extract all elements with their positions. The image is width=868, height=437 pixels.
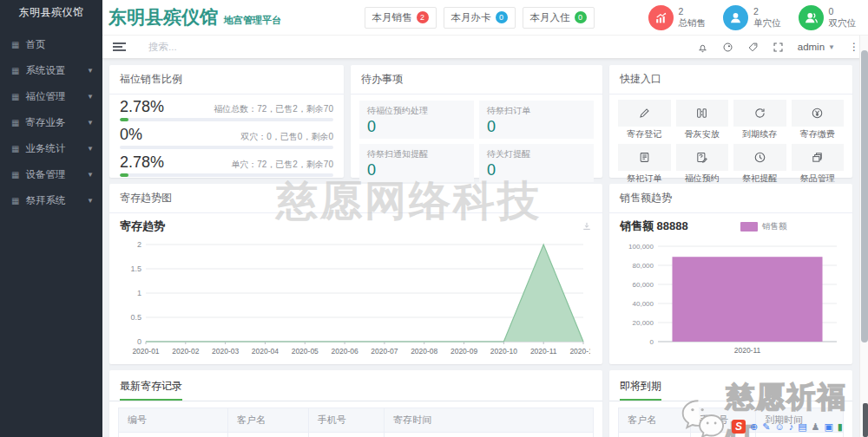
tab-latest-records[interactable]: 最新寄存记录 xyxy=(120,379,182,401)
month-sales-label: 本月销售 xyxy=(372,11,412,24)
ime-user-icon[interactable]: ♟ xyxy=(812,422,820,432)
sidebar-item-business-stats[interactable]: ▦ 业务统计 ▼ xyxy=(0,135,102,161)
cell-record-no: REG-186420201114144615 xyxy=(119,433,228,437)
storage-trend-chart: 00.511.522020-012020-022020-032020-04202… xyxy=(120,234,592,368)
sogou-logo-icon[interactable]: S xyxy=(732,420,746,434)
columns-icon xyxy=(676,100,729,127)
legend-swatch xyxy=(740,222,758,232)
svg-text:2020-01: 2020-01 xyxy=(132,347,159,355)
todo-item-lamp-off[interactable]: 待关灯提醒 0 xyxy=(479,144,594,182)
sidebar-item-system-settings[interactable]: ▦ 系统设置 ▼ xyxy=(0,57,102,83)
yen-icon xyxy=(792,100,845,127)
ime-emoji-icon[interactable]: ☺ xyxy=(774,422,784,432)
sidebar-item-label: 寄存业务 xyxy=(25,116,65,129)
user-name: admin xyxy=(798,42,825,52)
sidebar-item-device-management[interactable]: ▦ 设备管理 ▼ xyxy=(0,161,102,187)
svg-text:100,000: 100,000 xyxy=(628,243,654,251)
card-title: 销售额趋势 xyxy=(609,184,852,213)
svg-text:1: 1 xyxy=(137,289,141,297)
page-title: 东明县殡仪馆 xyxy=(108,5,218,29)
legend-sales: 销售额 xyxy=(740,221,787,232)
svg-text:0.5: 0.5 xyxy=(130,313,141,322)
chart-title: 销售额 88888 xyxy=(620,218,688,234)
search-input[interactable] xyxy=(148,42,339,52)
quick-storage-register[interactable]: 寄存登记 xyxy=(618,100,671,144)
todo-grid: 待福位预约处理 0 待祭扫订单 0 待祭扫通知提醒 0 待关灯提醒 xyxy=(351,95,602,188)
svg-text:2020-09: 2020-09 xyxy=(450,347,477,355)
todo-item-sweep-orders[interactable]: 待祭扫订单 0 xyxy=(479,101,594,139)
column-header: 编号 xyxy=(119,408,228,433)
ime-settings-icon[interactable]: ▮ xyxy=(838,422,843,432)
todo-item-sweep-notify[interactable]: 待祭扫通知提醒 0 xyxy=(359,144,474,182)
ime-pen-icon[interactable]: ✎ xyxy=(762,422,770,432)
sidebar-item-home[interactable]: ▦ 首页 xyxy=(0,31,102,57)
person-icon xyxy=(723,5,748,30)
column-header: 客户名 xyxy=(227,408,308,433)
brand: 东明县殡仪馆 地宫管理平台 xyxy=(108,5,281,29)
bell-icon[interactable] xyxy=(697,42,708,53)
menu-grid-icon: ▦ xyxy=(11,66,19,75)
ratio-percent: 2.78% xyxy=(120,98,164,116)
month-cards-label: 本月办卡 xyxy=(451,11,491,24)
ratio-detail: 单穴：72，已售2，剩余70 xyxy=(231,159,333,171)
sidebar-menu: ▦ 首页 ▦ 系统设置 ▼ ▦ 福位管理 ▼ ▦ 寄存业务 ▼ ▦ 业务统计 ▼ xyxy=(0,31,102,213)
month-sales-button[interactable]: 本月销售 2 xyxy=(365,7,437,29)
stack-icon xyxy=(792,144,845,171)
svg-text:2020-06: 2020-06 xyxy=(331,347,358,355)
more-options-icon[interactable]: ⋮ xyxy=(849,41,859,53)
vertical-scrollbar[interactable] xyxy=(859,36,868,437)
ime-keyboard-icon[interactable]: ▤ xyxy=(798,422,806,432)
svg-text:80,000: 80,000 xyxy=(633,262,654,270)
table-row[interactable]: REG-186420201114144615 哈吉斯 2020-11-14 14… xyxy=(119,433,594,437)
ime-mic-icon[interactable]: ♪ xyxy=(789,422,794,432)
fullscreen-icon[interactable] xyxy=(773,42,784,53)
total-sales-meta: 2 总销售 xyxy=(679,6,707,29)
user-menu[interactable]: admin ▼ xyxy=(798,42,835,52)
scrollbar-thumb-dark[interactable] xyxy=(863,403,868,437)
collapse-menu-icon[interactable] xyxy=(113,42,126,51)
menu-grid-icon: ▦ xyxy=(11,40,19,49)
refresh-icon xyxy=(733,100,786,127)
svg-text:2020-11: 2020-11 xyxy=(530,347,557,355)
sidebar-item-storage-business[interactable]: ▦ 寄存业务 ▼ xyxy=(0,109,102,135)
double-niche-label: 双穴位 xyxy=(829,17,857,29)
quick-niche-booking[interactable]: 福位预约 xyxy=(676,144,729,188)
sidebar-item-niche-management[interactable]: ▦ 福位管理 ▼ xyxy=(0,83,102,109)
quick-sacrifice-orders[interactable]: 祭祀订单 xyxy=(618,144,671,188)
toolbar: admin ▼ ⋮ xyxy=(102,36,868,59)
scrollbar-thumb[interactable] xyxy=(861,50,868,342)
quick-offerings-management[interactable]: 祭品管理 xyxy=(792,144,845,188)
single-niche-meta: 2 单穴位 xyxy=(753,6,781,29)
people-icon xyxy=(799,5,824,30)
todo-item-niche-booking[interactable]: 待福位预约处理 0 xyxy=(359,101,474,139)
page-subtitle: 地宫管理平台 xyxy=(224,14,281,27)
double-niche-stat: 0 双穴位 xyxy=(799,5,857,30)
month-checkin-button[interactable]: 本月入住 0 xyxy=(523,7,595,29)
ratio-percent: 0% xyxy=(120,126,142,144)
ime-toolbox-icon[interactable]: ▣ xyxy=(824,422,832,432)
ratio-percent: 2.78% xyxy=(120,153,164,172)
todo-value: 0 xyxy=(487,118,586,136)
todo-value: 0 xyxy=(367,118,466,136)
theme-icon[interactable] xyxy=(722,42,733,53)
storage-chart-body: 寄存趋势 00.511.522020-012020-022020-032020-… xyxy=(109,213,602,368)
quick-sacrifice-reminder[interactable]: 祭祀提醒 xyxy=(733,144,786,188)
svg-text:2020-07: 2020-07 xyxy=(371,347,398,355)
quick-ash-placement[interactable]: 骨灰安放 xyxy=(676,100,729,144)
quick-storage-payment[interactable]: 寄存缴费 xyxy=(792,100,845,144)
tag-icon[interactable] xyxy=(747,42,759,53)
ime-mode-icon[interactable]: ⊕ xyxy=(750,422,758,432)
download-icon[interactable] xyxy=(582,221,592,232)
progress-bar xyxy=(120,146,333,149)
tab-expiring[interactable]: 即将到期 xyxy=(620,379,661,401)
sidebar-item-worship-system[interactable]: ▦ 祭拜系统 ▼ xyxy=(0,187,102,213)
row-charts: 寄存趋势图 寄存趋势 00.511.522020-012020-022020-0… xyxy=(109,184,852,364)
sidebar-item-label: 福位管理 xyxy=(25,90,65,103)
quick-renew-storage[interactable]: 到期续存 xyxy=(733,100,786,144)
cell-storage-time: 2020-11-14 14:47:30 xyxy=(385,433,594,437)
notebook-icon xyxy=(618,144,671,171)
chevron-down-icon: ▼ xyxy=(87,171,94,179)
quick-entry-label: 寄存登记 xyxy=(618,128,671,140)
month-cards-button[interactable]: 本月办卡 0 xyxy=(444,7,516,29)
svg-text:0: 0 xyxy=(137,337,141,346)
